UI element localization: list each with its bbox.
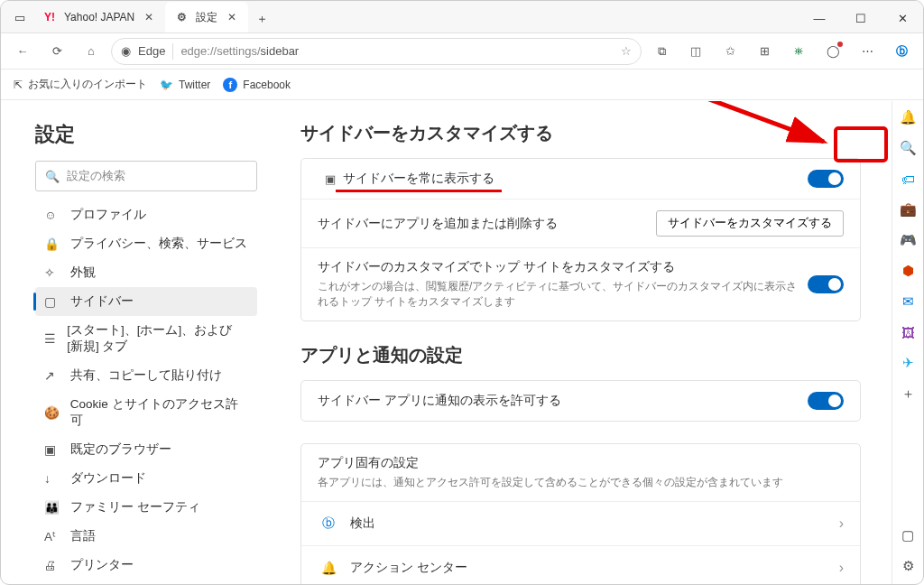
close-icon[interactable]: ✕: [225, 11, 239, 23]
new-tab-button[interactable]: ＋: [248, 5, 275, 32]
sidebar-item-8[interactable]: ↓ダウンロード: [35, 464, 257, 493]
sidebar-item-6[interactable]: 🍪Cookie とサイトのアクセス許可: [35, 390, 257, 435]
sidebar-item-10[interactable]: Aᵗ言語: [35, 522, 257, 551]
nav-label: [スタート]、[ホーム]、および [新規] タブ: [67, 322, 248, 355]
sidebar-send-icon[interactable]: ✈: [899, 354, 917, 372]
sidebar-item-0[interactable]: ☺プロファイル: [35, 200, 257, 229]
tab-title: Yahoo! JAPAN: [64, 11, 134, 23]
shopping-button[interactable]: ⛯: [784, 37, 813, 66]
address-bar[interactable]: ◉ Edge edge://settings/sidebar ☆: [111, 38, 642, 65]
more-button[interactable]: ⋯: [853, 37, 882, 66]
sidebar-bell-icon[interactable]: 🔔: [899, 108, 917, 126]
nav-icon: ✧: [44, 265, 60, 280]
sidebar-item-3[interactable]: ▢サイドバー: [35, 287, 257, 316]
section2-title: アプリと通知の設定: [300, 343, 861, 367]
app-row-0[interactable]: ⓑ検出›: [301, 502, 860, 546]
toggle-customize-top-sites[interactable]: [808, 275, 844, 293]
nav-label: サイドバー: [70, 293, 134, 310]
sidebar-outlook-icon[interactable]: ✉: [899, 292, 917, 311]
fav-facebook[interactable]: fFacebook: [223, 78, 291, 92]
minimize-button[interactable]: —: [799, 4, 840, 32]
nav-label: ファミリー セーフティ: [70, 499, 200, 515]
sidebar-shopping-icon[interactable]: 🏷: [899, 170, 917, 188]
nav-icon: ▣: [44, 442, 60, 457]
settings-page: 設定 🔍 設定の検索 ☺プロファイル🔒プライバシー、検索、サービス✧外観▢サイド…: [1, 101, 892, 584]
app-icon: ⓑ: [318, 513, 339, 534]
app-icon: 🔔: [318, 557, 339, 579]
row-customize-top-sites: サイドバーのカスタマイズでトップ サイトをカスタマイズする これがオンの場合は、…: [301, 248, 860, 320]
sidebar-search-icon[interactable]: 🔍: [899, 139, 917, 157]
sidebar-item-11[interactable]: 🖨プリンター: [35, 551, 257, 580]
tab-title: 設定: [196, 10, 217, 25]
gear-icon: ⚙: [174, 10, 189, 24]
nav-label: プロファイル: [70, 207, 146, 223]
window-title-bar: ▭ Y! Yahoo! JAPAN ✕ ⚙ 設定 ✕ ＋ — ☐ ✕: [1, 1, 923, 33]
nav-icon: 👪: [44, 500, 60, 515]
tab-actions-icon[interactable]: ▭: [6, 2, 33, 32]
close-icon[interactable]: ✕: [142, 11, 156, 23]
refresh-button[interactable]: ⟳: [42, 37, 71, 66]
nav-label: 共有、コピーして貼り付け: [70, 367, 222, 384]
toggle-allow-notifications[interactable]: [808, 392, 844, 410]
row-title: サイドバーを常に表示する: [343, 172, 494, 185]
favicon-yahoo: Y!: [42, 10, 57, 24]
tab-yahoo[interactable]: Y! Yahoo! JAPAN ✕: [33, 2, 165, 32]
settings-search-input[interactable]: 🔍 設定の検索: [35, 161, 257, 191]
sidebar-briefcase-icon[interactable]: 💼: [899, 200, 917, 218]
twitter-icon: 🐦: [160, 79, 173, 91]
sidebar-hide-icon[interactable]: ▢: [899, 526, 917, 544]
nav-icon: 🍪: [44, 405, 60, 420]
star-icon[interactable]: ☆: [621, 44, 632, 58]
nav-label: 既定のブラウザー: [70, 441, 171, 458]
sidebar-settings-icon[interactable]: ⚙: [899, 557, 917, 575]
app-row-1[interactable]: 🔔アクション センター›: [301, 546, 860, 584]
collections-button[interactable]: ⊞: [750, 37, 779, 66]
customize-sidebar-button[interactable]: サイドバーをカスタマイズする: [656, 210, 844, 237]
nav-label: 言語: [70, 528, 96, 544]
app-label: 検出: [350, 515, 839, 532]
row-title: アプリ固有の設定: [318, 455, 419, 471]
nav-label: プライバシー、検索、サービス: [70, 236, 247, 252]
sidebar-item-9[interactable]: 👪ファミリー セーフティ: [35, 493, 257, 522]
row-app-specific-header: アプリ固有の設定 各アプリには、通知とアクセス許可を設定して含めることができる個…: [301, 444, 860, 502]
app-label: アクション センター: [350, 560, 839, 576]
nav-icon: ↓: [44, 472, 60, 486]
nav-icon: ▢: [44, 294, 60, 309]
sidebar-drop-icon[interactable]: 🖼: [899, 323, 917, 341]
nav-label: Cookie とサイトのアクセス許可: [70, 396, 248, 429]
search-icon: 🔍: [45, 170, 60, 183]
row-title: サイドバーにアプリを追加または削除する: [318, 216, 656, 232]
sidebar-item-4[interactable]: ☰[スタート]、[ホーム]、および [新規] タブ: [35, 316, 257, 361]
bing-chat-button[interactable]: ⓑ: [887, 37, 916, 66]
fav-import[interactable]: ⇱お気に入りのインポート: [14, 77, 147, 92]
addr-prefix: Edge: [138, 44, 165, 58]
nav-icon: 🔒: [44, 237, 60, 251]
toolbar: ← ⟳ ⌂ ◉ Edge edge://settings/sidebar ☆ ⧉…: [1, 33, 923, 70]
sidebar-item-1[interactable]: 🔒プライバシー、検索、サービス: [35, 229, 257, 258]
row-add-remove-apps: サイドバーにアプリを追加または削除する サイドバーをカスタマイズする: [301, 200, 860, 248]
extensions-button[interactable]: ⧉: [647, 37, 676, 66]
edge-logo-icon: ◉: [121, 44, 131, 58]
sidebar-item-7[interactable]: ▣既定のブラウザー: [35, 435, 257, 464]
toggle-always-show-sidebar[interactable]: [808, 170, 844, 188]
nav-icon: ↗: [44, 368, 60, 383]
sidebar-item-12[interactable]: ▭システムとパフォーマンス: [35, 580, 257, 584]
favorites-button[interactable]: ✩: [716, 37, 744, 66]
maximize-button[interactable]: ☐: [840, 4, 882, 32]
sidebar-add-button[interactable]: ＋: [899, 385, 917, 403]
split-button[interactable]: ◫: [681, 37, 710, 66]
back-button[interactable]: ←: [8, 37, 37, 66]
tab-settings[interactable]: ⚙ 設定 ✕: [165, 2, 248, 32]
nav-icon: ☺: [44, 209, 60, 222]
profile-button[interactable]: ◯: [818, 37, 847, 66]
nav-label: ダウンロード: [70, 470, 146, 487]
settings-nav: 設定 🔍 設定の検索 ☺プロファイル🔒プライバシー、検索、サービス✧外観▢サイド…: [1, 101, 281, 584]
sidebar-games-icon[interactable]: 🎮: [899, 231, 917, 249]
home-button[interactable]: ⌂: [77, 37, 106, 66]
sidebar-office-icon[interactable]: ⬢: [899, 262, 917, 280]
close-window-button[interactable]: ✕: [882, 4, 923, 32]
settings-content: サイドバーをカスタマイズする ▣ サイドバーを常に表示する サイドバーにアプリを…: [281, 101, 892, 584]
sidebar-item-5[interactable]: ↗共有、コピーして貼り付け: [35, 361, 257, 390]
fav-twitter[interactable]: 🐦Twitter: [160, 79, 210, 91]
sidebar-item-2[interactable]: ✧外観: [35, 258, 257, 287]
